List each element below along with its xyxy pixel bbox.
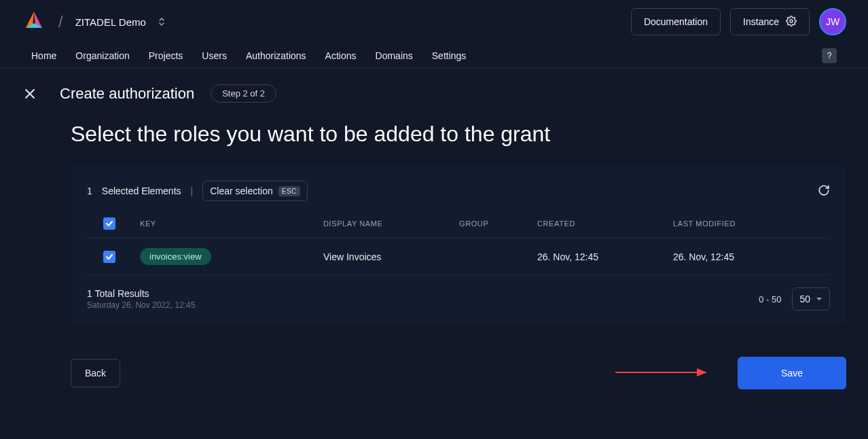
documentation-label: Documentation [644,16,708,27]
topbar: / ZITADEL Demo Documentation Instance JW [0,0,868,43]
separator: | [191,186,194,196]
section-title: Select the roles you want to be added to… [71,122,846,147]
selection-label: Selected Elements [102,186,181,196]
selection-bar: 1 Selected Elements | Clear selection ES… [87,181,830,201]
main-nav: Home Organization Projects Users Authori… [0,43,868,68]
save-button[interactable]: Save [738,357,846,389]
close-icon[interactable] [22,86,38,102]
col-created: CREATED [532,208,668,239]
avatar[interactable]: JW [819,8,846,35]
total-results: 1 Total Results [87,288,195,299]
org-selector[interactable]: ZITADEL Demo [75,16,165,28]
content: Select the roles you want to be added to… [22,122,846,389]
brand-logo[interactable] [22,10,46,34]
nav-domains[interactable]: Domains [376,50,413,61]
back-button[interactable]: Back [71,359,120,387]
col-key: KEY [134,208,318,239]
nav-settings[interactable]: Settings [432,50,467,61]
role-key-pill: invoices:view [140,248,211,265]
avatar-initials: JW [826,16,839,27]
refresh-icon[interactable] [818,184,830,198]
header-actions: Documentation Instance JW [631,8,846,35]
nav-organization[interactable]: Organization [75,50,129,61]
chevrons-icon [158,17,165,27]
footer-timestamp: Saturday 26. Nov 2022, 12:45 [87,300,195,310]
col-group: GROUP [454,208,532,239]
nav-users[interactable]: Users [202,50,227,61]
esc-key-badge: ESC [278,186,300,196]
documentation-button[interactable]: Documentation [631,8,721,35]
chevron-down-icon [816,297,822,301]
page-header: Create authorization Step 2 of 2 [22,84,846,103]
nav-actions[interactable]: Actions [325,50,357,61]
select-all-checkbox[interactable] [103,217,115,230]
org-name: ZITADEL Demo [75,16,146,28]
page-title: Create authorization [60,85,194,103]
help-button[interactable]: ? [822,48,837,63]
row-checkbox[interactable] [103,251,115,263]
table-row[interactable]: invoices:view View Invoices 26. Nov, 12:… [87,239,830,275]
roles-table: KEY DISPLAY NAME GROUP CREATED LAST MODI… [87,208,830,275]
cell-group [454,239,532,275]
col-display-name: DISPLAY NAME [318,208,454,239]
selection-count: 1 [87,186,92,196]
page: Create authorization Step 2 of 2 Select … [0,68,868,389]
cell-modified: 26. Nov, 12:45 [668,239,830,275]
roles-card: 1 Selected Elements | Clear selection ES… [71,166,846,324]
svg-marker-5 [697,368,707,376]
table-footer: 1 Total Results Saturday 26. Nov 2022, 1… [87,287,830,311]
cell-display-name: View Invoices [318,239,454,275]
arrow-annotation [615,366,710,381]
cell-created: 26. Nov, 12:45 [532,239,668,275]
svg-point-3 [790,20,793,22]
action-row: Back Save [71,357,846,389]
clear-selection-label: Clear selection [210,186,273,196]
instance-label: Instance [743,16,779,27]
page-size-selector[interactable]: 50 [792,287,830,311]
nav-home[interactable]: Home [31,50,56,61]
breadcrumb-separator: / [58,12,63,31]
page-size-value: 50 [799,294,810,304]
step-indicator: Step 2 of 2 [211,84,276,103]
clear-selection-button[interactable]: Clear selection ESC [202,181,308,201]
nav-authorizations[interactable]: Authorizations [246,50,306,61]
pager: 0 - 50 50 [759,287,830,311]
gear-icon [786,16,797,29]
instance-button[interactable]: Instance [730,8,810,35]
nav-projects[interactable]: Projects [149,50,183,61]
page-range: 0 - 50 [759,294,781,304]
col-modified: LAST MODIFIED [668,208,830,239]
